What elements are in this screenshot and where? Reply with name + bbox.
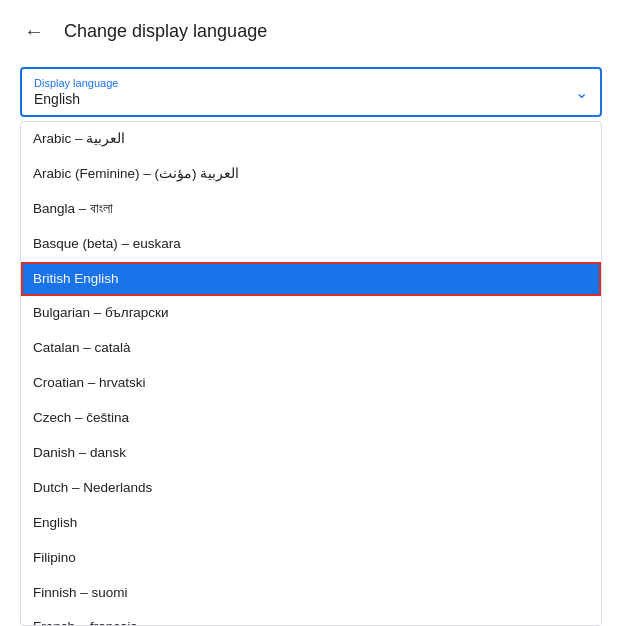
language-item-english[interactable]: English (21, 506, 601, 541)
language-item-british-english[interactable]: British English (21, 262, 601, 297)
back-button[interactable]: ← (20, 16, 48, 47)
display-language-dropdown[interactable]: Display language English ⌄ (20, 67, 602, 117)
language-item-croatian[interactable]: Croatian – hrvatski (21, 366, 601, 401)
change-language-page: ← Change display language Display langua… (0, 0, 622, 626)
dropdown-value: English (34, 91, 588, 107)
language-item-danish[interactable]: Danish – dansk (21, 436, 601, 471)
chevron-down-icon: ⌄ (575, 83, 588, 102)
language-item-filipino[interactable]: Filipino (21, 541, 601, 576)
dropdown-label: Display language (34, 77, 588, 89)
language-item-arabic-feminine[interactable]: Arabic (Feminine) – العربية (مؤنث) (21, 157, 601, 192)
language-item-dutch[interactable]: Dutch – Nederlands (21, 471, 601, 506)
page-header: ← Change display language (20, 16, 602, 47)
language-list-scroll[interactable]: Arabic – العربيةArabic (Feminine) – العر… (21, 122, 601, 625)
language-item-bangla[interactable]: Bangla – বাংলা (21, 192, 601, 227)
language-item-catalan[interactable]: Catalan – català (21, 331, 601, 366)
language-item-finnish[interactable]: Finnish – suomi (21, 576, 601, 611)
language-item-french[interactable]: French – français (21, 610, 601, 625)
language-item-czech[interactable]: Czech – čeština (21, 401, 601, 436)
language-item-bulgarian[interactable]: Bulgarian – български (21, 296, 601, 331)
language-list-container: Arabic – العربيةArabic (Feminine) – العر… (20, 121, 602, 626)
language-item-arabic[interactable]: Arabic – العربية (21, 122, 601, 157)
language-item-basque[interactable]: Basque (beta) – euskara (21, 227, 601, 262)
page-title: Change display language (64, 21, 267, 42)
